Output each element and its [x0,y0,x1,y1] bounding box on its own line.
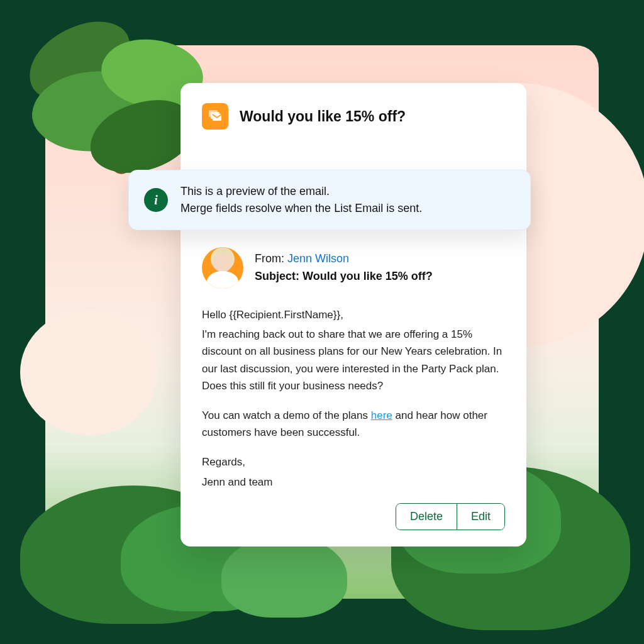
email-preview-card: Would you like 15% off? Message Engageme… [180,83,526,547]
sender-avatar [202,247,243,289]
campaign-email-icon [202,103,228,130]
info-line-2: Merge fields resolve when the List Email… [180,200,422,217]
email-paragraph-1: I'm reaching back out to share that we a… [202,326,505,394]
preview-info-banner: i This is a preview of the email. Merge … [128,170,531,230]
edit-button[interactable]: Edit [457,504,504,530]
card-header: Would you like 15% off? [202,103,505,130]
info-text: This is a preview of the email. Merge fi… [180,183,422,217]
from-line: From: Jenn Wilson [255,250,433,268]
subject-line: Subject: Would you like 15% off? [255,268,433,286]
demo-link[interactable]: here [371,409,392,421]
email-signature: Jenn and team [202,474,505,491]
button-group: Delete Edit [396,503,505,530]
email-greeting: Hello {{Recipient.FirstName}}, [202,306,505,323]
action-bar: Delete Edit [202,503,505,530]
illustrated-background: Would you like 15% off? Message Engageme… [45,45,599,599]
card-title: Would you like 15% off? [240,108,406,125]
email-signoff: Regards, [202,453,505,470]
delete-button[interactable]: Delete [396,504,457,530]
cloud-shape [20,309,158,435]
body-text: You can watch a demo of the plans [202,409,371,421]
email-paragraph-2: You can watch a demo of the plans here a… [202,407,505,441]
bush-shape [221,536,347,618]
info-icon: i [144,188,168,212]
info-line-1: This is a preview of the email. [180,183,422,200]
subject-label: Subject: [255,270,303,282]
subject-value: Would you like 15% off? [303,270,433,282]
from-label: From: [255,252,287,265]
sender-row: From: Jenn Wilson Subject: Would you lik… [202,247,505,289]
email-body: Hello {{Recipient.FirstName}}, I'm reach… [202,306,505,491]
sender-meta: From: Jenn Wilson Subject: Would you lik… [255,250,433,286]
from-name[interactable]: Jenn Wilson [287,252,349,265]
